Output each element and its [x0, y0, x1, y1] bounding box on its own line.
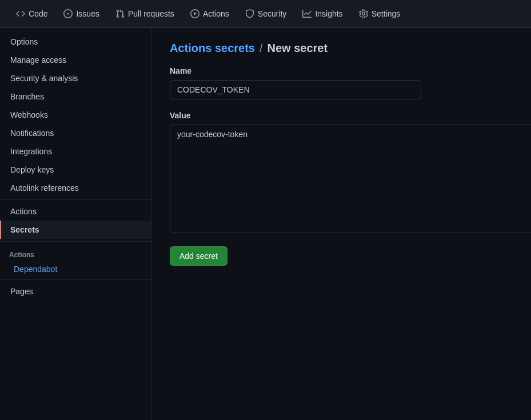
sidebar-divider [0, 199, 151, 200]
sidebar-item-manage-access[interactable]: Manage access [0, 51, 151, 69]
sidebar-dependabot-link[interactable]: Dependabot [0, 261, 151, 277]
sidebar-item-autolink-references-label: Autolink references [10, 183, 79, 193]
breadcrumb-separator: / [259, 42, 263, 55]
value-label: Value [170, 111, 513, 120]
sidebar-item-deploy-keys-label: Deploy keys [10, 165, 54, 174]
sidebar-item-pages[interactable]: Pages [0, 282, 151, 301]
nav-issues-label: Issues [76, 9, 99, 18]
shield-icon [245, 9, 254, 18]
main-content: Actions secrets / New secret Name Value … [151, 28, 531, 420]
nav-actions[interactable]: Actions [183, 6, 236, 22]
sidebar-item-notifications[interactable]: Notifications [0, 124, 151, 142]
nav-security-label: Security [258, 9, 287, 18]
sidebar-item-notifications-label: Notifications [10, 129, 54, 138]
nav-security[interactable]: Security [238, 6, 294, 22]
sidebar-item-autolink-references[interactable]: Autolink references [0, 179, 151, 197]
breadcrumb-current: New secret [268, 42, 328, 55]
graph-icon [302, 9, 312, 18]
nav-settings-label: Settings [372, 9, 401, 18]
nav-settings[interactable]: Settings [352, 6, 408, 22]
sidebar-item-actions-label: Actions [10, 207, 37, 216]
sidebar-item-secrets[interactable]: Secrets [0, 221, 151, 239]
issue-icon [63, 9, 73, 18]
name-label: Name [170, 66, 513, 75]
nav-issues[interactable]: Issues [57, 6, 106, 22]
breadcrumb: Actions secrets / New secret [170, 42, 513, 55]
top-nav: Code Issues Pull requests Actions Securi… [0, 0, 531, 28]
play-icon [190, 9, 199, 18]
value-textarea[interactable] [170, 125, 531, 233]
nav-actions-label: Actions [203, 9, 229, 18]
sidebar-item-secrets-label: Secrets [10, 225, 39, 234]
nav-code[interactable]: Code [9, 6, 54, 22]
code-icon [16, 9, 25, 18]
name-input[interactable] [170, 80, 421, 99]
pr-icon [115, 9, 125, 18]
name-field-group: Name [170, 66, 513, 99]
sidebar-item-pages-label: Pages [10, 287, 33, 296]
main-layout: Options Manage access Security & analysi… [0, 28, 531, 420]
sidebar-item-webhooks[interactable]: Webhooks [0, 106, 151, 124]
sidebar-dependabot-label: Dependabot [14, 265, 57, 274]
nav-insights-label: Insights [315, 9, 342, 18]
sidebar-secrets-section-header: Actions [0, 244, 151, 261]
nav-insights[interactable]: Insights [296, 6, 349, 22]
sidebar-item-security-analysis-label: Security & analysis [10, 74, 78, 83]
sidebar-item-manage-access-label: Manage access [10, 55, 66, 65]
sidebar-divider-3 [0, 279, 151, 280]
sidebar-item-branches-label: Branches [10, 92, 44, 101]
add-secret-button[interactable]: Add secret [170, 246, 227, 266]
sidebar-item-options-label: Options [10, 37, 38, 46]
sidebar-item-security-analysis[interactable]: Security & analysis [0, 69, 151, 87]
breadcrumb-link[interactable]: Actions secrets [170, 42, 255, 55]
nav-pr-label: Pull requests [128, 9, 174, 18]
sidebar-item-actions[interactable]: Actions [0, 202, 151, 221]
sidebar-item-webhooks-label: Webhooks [10, 110, 48, 119]
sidebar-item-integrations-label: Integrations [10, 147, 52, 156]
value-field-group: Value [170, 111, 513, 235]
sidebar-item-integrations[interactable]: Integrations [0, 142, 151, 161]
nav-pull-requests[interactable]: Pull requests [109, 6, 181, 22]
sidebar-divider-2 [0, 241, 151, 242]
sidebar-item-branches[interactable]: Branches [0, 87, 151, 106]
sidebar: Options Manage access Security & analysi… [0, 28, 151, 420]
sidebar-item-options[interactable]: Options [0, 33, 151, 51]
nav-code-label: Code [29, 9, 47, 18]
sidebar-item-deploy-keys[interactable]: Deploy keys [0, 161, 151, 179]
gear-icon [359, 9, 368, 18]
